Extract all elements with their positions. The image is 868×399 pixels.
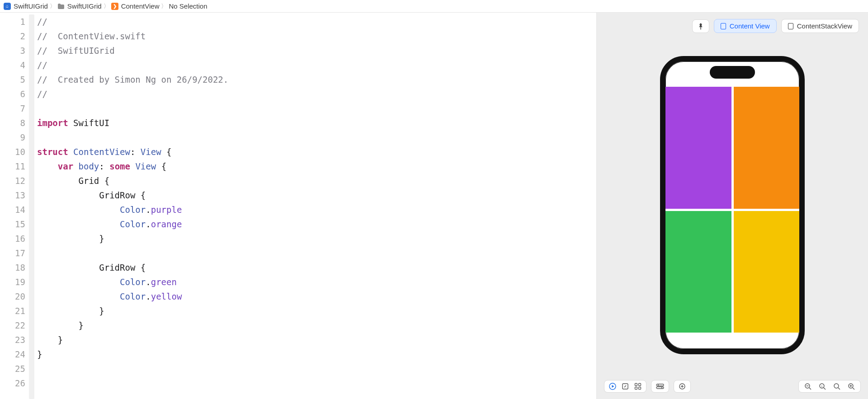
breadcrumb-file-label: ContentView (121, 2, 160, 10)
line-number: 11 (0, 159, 25, 174)
code-line[interactable]: // Created by Simon Ng on 26/9/2022. (37, 72, 596, 87)
code-line[interactable]: // (37, 14, 596, 29)
variants-icon[interactable] (634, 383, 642, 390)
line-number: 25 (0, 361, 25, 376)
svg-point-8 (658, 385, 659, 385)
code-line[interactable]: } (37, 304, 596, 318)
svg-rect-6 (656, 384, 664, 386)
line-number: 15 (0, 217, 25, 231)
line-number: 12 (0, 174, 25, 188)
zoom-fit-icon[interactable] (832, 383, 841, 390)
line-number: 3 (0, 43, 25, 58)
preview-settings-button[interactable] (674, 380, 691, 393)
zoom-actual-icon[interactable]: 1 (818, 383, 827, 390)
code-line[interactable]: Color.yellow (37, 289, 596, 304)
canvas-top-controls: Content View ContentStackView (692, 19, 859, 33)
grid-cell-yellow (734, 211, 800, 333)
code-line[interactable]: GridRow { (37, 260, 596, 275)
preview-tab-content-stack-view[interactable]: ContentStackView (781, 19, 859, 33)
svg-rect-4 (635, 387, 637, 390)
grid-cell-orange (734, 87, 800, 209)
code-line[interactable]: } (37, 333, 596, 347)
line-number: 7 (0, 101, 25, 116)
pin-preview-button[interactable] (692, 19, 709, 33)
code-line[interactable]: struct ContentView: View { (37, 145, 596, 159)
code-content[interactable]: //// ContentView.swift// SwiftUIGrid////… (37, 14, 596, 399)
line-number: 6 (0, 87, 25, 101)
device-settings-button[interactable] (651, 380, 669, 393)
app-icon: ⌂ (4, 3, 11, 10)
line-number: 1 (0, 14, 25, 29)
line-number: 13 (0, 188, 25, 202)
code-line[interactable]: // SwiftUIGrid (37, 43, 596, 58)
svg-point-9 (661, 387, 662, 388)
document-icon (721, 23, 726, 29)
grid-cell-green (665, 211, 731, 333)
chevron-right-icon: 〉 (104, 2, 109, 10)
device-preview-iphone[interactable] (660, 56, 805, 354)
code-line[interactable]: // (37, 87, 596, 101)
preview-mode-controls[interactable] (604, 380, 646, 393)
svg-point-14 (834, 384, 839, 388)
play-icon[interactable] (609, 383, 616, 390)
code-line[interactable]: } (37, 318, 596, 333)
line-number-gutter: 1234567891011121314151617181920212223242… (0, 14, 29, 399)
code-line[interactable]: Color.orange (37, 217, 596, 231)
chevron-right-icon: 〉 (161, 2, 167, 10)
line-number: 9 (0, 130, 25, 145)
code-editor[interactable]: 1234567891011121314151617181920212223242… (0, 13, 597, 399)
zoom-out-icon[interactable] (803, 383, 812, 390)
swift-file-icon: ❯ (111, 3, 118, 10)
line-number: 14 (0, 202, 25, 217)
code-line[interactable]: Grid { (37, 174, 596, 188)
code-line[interactable]: Color.green (37, 275, 596, 289)
breadcrumb-selection[interactable]: No Selection (169, 2, 207, 10)
line-number: 19 (0, 275, 25, 289)
code-line[interactable] (37, 101, 596, 116)
line-number: 8 (0, 116, 25, 130)
breadcrumb-project[interactable]: ⌂ SwiftUIGrid (4, 2, 48, 10)
preview-tab-content-view[interactable]: Content View (714, 19, 777, 33)
svg-rect-7 (656, 387, 664, 389)
code-line[interactable] (37, 376, 596, 390)
line-number: 2 (0, 29, 25, 43)
chevron-right-icon: 〉 (50, 2, 56, 10)
zoom-controls[interactable]: 1 (798, 380, 861, 393)
code-line[interactable]: var body: some View { (37, 159, 596, 174)
line-number: 10 (0, 145, 25, 159)
svg-rect-5 (639, 387, 641, 390)
code-line[interactable]: } (37, 347, 596, 361)
code-line[interactable] (37, 361, 596, 376)
code-line[interactable] (37, 246, 596, 260)
zoom-in-icon[interactable] (847, 383, 856, 390)
svg-text:1: 1 (821, 385, 823, 388)
folder-icon (57, 3, 65, 9)
code-line[interactable]: import SwiftUI (37, 116, 596, 130)
code-line[interactable]: } (37, 231, 596, 246)
selectable-mode-icon[interactable] (622, 383, 629, 390)
grid-cell-purple (665, 87, 731, 209)
svg-rect-3 (639, 384, 641, 386)
fold-ribbon[interactable] (29, 14, 34, 399)
svg-rect-2 (635, 384, 637, 386)
breadcrumb-folder[interactable]: SwiftUIGrid (57, 2, 102, 10)
code-line[interactable]: // ContentView.swift (37, 29, 596, 43)
preview-grid (665, 87, 799, 333)
line-number: 26 (0, 376, 25, 390)
breadcrumb: ⌂ SwiftUIGrid 〉 SwiftUIGrid 〉 ❯ ContentV… (0, 0, 868, 13)
breadcrumb-project-label: SwiftUIGrid (14, 2, 48, 10)
line-number: 23 (0, 333, 25, 347)
line-number: 16 (0, 231, 25, 246)
code-line[interactable]: Color.purple (37, 202, 596, 217)
code-line[interactable] (37, 130, 596, 145)
workspace: 1234567891011121314151617181920212223242… (0, 13, 868, 399)
dynamic-island (710, 66, 755, 79)
line-number: 20 (0, 289, 25, 304)
breadcrumb-file[interactable]: ❯ ContentView (111, 2, 160, 10)
breadcrumb-selection-label: No Selection (169, 2, 207, 10)
line-number: 17 (0, 246, 25, 260)
code-line[interactable]: // (37, 58, 596, 72)
preview-tab-label: ContentStackView (797, 22, 852, 30)
code-line[interactable]: GridRow { (37, 188, 596, 202)
canvas-bottom-toolbar: 1 (604, 380, 861, 393)
